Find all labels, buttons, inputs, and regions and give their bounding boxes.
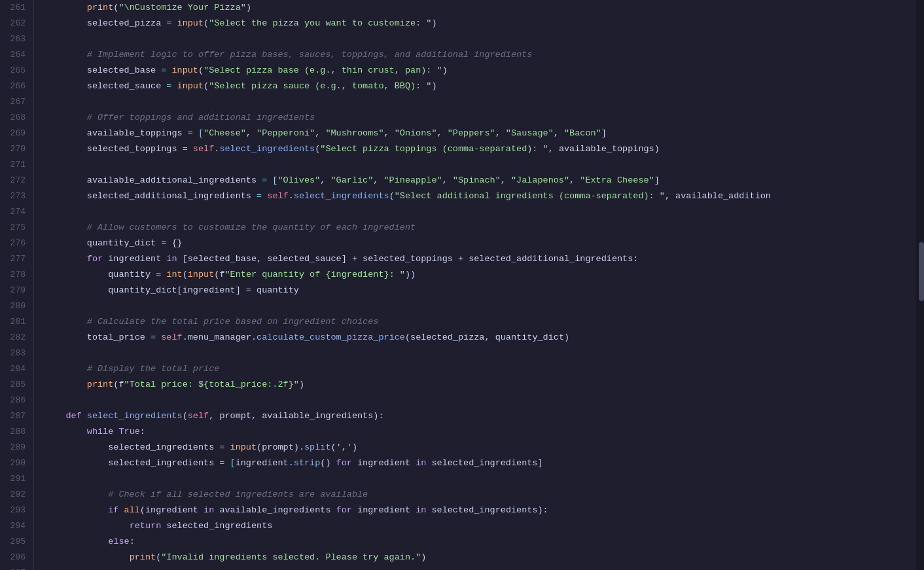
- code-line: [44, 298, 924, 314]
- line-number: 290: [5, 455, 26, 471]
- code-line: print("Invalid ingredients selected. Ple…: [44, 550, 924, 565]
- code-line: [44, 565, 924, 570]
- line-number: 285: [5, 377, 26, 393]
- line-number: 293: [5, 503, 26, 518]
- scrollbar-thumb[interactable]: [919, 242, 924, 301]
- code-line: [44, 204, 924, 220]
- line-number: 269: [5, 126, 26, 141]
- scrollbar-track[interactable]: [916, 0, 924, 570]
- code-line: while True:: [44, 424, 924, 440]
- code-line: selected_sauce = input("Select pizza sau…: [44, 79, 924, 94]
- line-number: 286: [5, 393, 26, 408]
- line-number: 261: [5, 0, 26, 16]
- line-number: 264: [5, 47, 26, 63]
- code-line: selected_toppings = self.select_ingredie…: [44, 141, 924, 157]
- line-number: 275: [5, 220, 26, 236]
- code-line: total_price = self.menu_manager.calculat…: [44, 330, 924, 346]
- line-number: 292: [5, 487, 26, 503]
- code-line: def select_ingredients(self, prompt, ava…: [44, 408, 924, 424]
- code-area[interactable]: print("\nCustomize Your Pizza") selected…: [34, 0, 924, 570]
- code-line: # Calculate the total price based on ing…: [44, 314, 924, 330]
- line-number: 263: [5, 31, 26, 47]
- line-number: 276: [5, 236, 26, 251]
- code-line: [44, 471, 924, 487]
- line-number: 287: [5, 408, 26, 424]
- line-number: 296: [5, 550, 26, 565]
- code-line: for ingredient in [selected_base, select…: [44, 251, 924, 267]
- line-number: 262: [5, 16, 26, 31]
- line-number: 289: [5, 440, 26, 455]
- code-line: # Check if all selected ingredients are …: [44, 487, 924, 503]
- line-number: 284: [5, 361, 26, 377]
- line-number: 267: [5, 94, 26, 110]
- line-number: 280: [5, 298, 26, 314]
- code-line: else:: [44, 534, 924, 550]
- code-line: return selected_ingredients: [44, 518, 924, 534]
- code-line: quantity_dict[ingredient] = quantity: [44, 283, 924, 298]
- code-line: print(f"Total price: ${total_price:.2f}"…: [44, 377, 924, 393]
- code-line: selected_additional_ingredients = self.s…: [44, 188, 924, 204]
- line-number: 277: [5, 251, 26, 267]
- code-line: quantity_dict = {}: [44, 236, 924, 251]
- line-number: 274: [5, 204, 26, 220]
- line-number: 265: [5, 63, 26, 79]
- code-line: print("\nCustomize Your Pizza"): [44, 0, 924, 16]
- line-number: 288: [5, 424, 26, 440]
- line-number: 282: [5, 330, 26, 346]
- code-line: available_additional_ingredients = ["Oli…: [44, 173, 924, 188]
- line-number: 270: [5, 141, 26, 157]
- line-number: 268: [5, 110, 26, 126]
- line-number: 281: [5, 314, 26, 330]
- code-line: [44, 94, 924, 110]
- code-line: selected_ingredients = [ingredient.strip…: [44, 455, 924, 471]
- code-line: # Display the total price: [44, 361, 924, 377]
- code-line: quantity = int(input(f"Enter quantity of…: [44, 267, 924, 283]
- line-number: 279: [5, 283, 26, 298]
- line-number: 294: [5, 518, 26, 534]
- line-number: 266: [5, 79, 26, 94]
- line-number: 283: [5, 346, 26, 361]
- code-line: selected_base = input("Select pizza base…: [44, 63, 924, 79]
- line-number: 278: [5, 267, 26, 283]
- code-line: # Offer toppings and additional ingredie…: [44, 110, 924, 126]
- line-number: 273: [5, 188, 26, 204]
- code-line: if all(ingredient in available_ingredien…: [44, 503, 924, 518]
- line-number: 271: [5, 157, 26, 173]
- line-number: 272: [5, 173, 26, 188]
- code-line: selected_pizza = input("Select the pizza…: [44, 16, 924, 31]
- line-number: 295: [5, 534, 26, 550]
- code-line: [44, 346, 924, 361]
- code-line: [44, 157, 924, 173]
- code-line: [44, 393, 924, 408]
- line-number: 291: [5, 471, 26, 487]
- line-number: 297: [5, 565, 26, 570]
- code-line: # Implement logic to offer pizza bases, …: [44, 47, 924, 63]
- code-editor: 2612622632642652662672682692702712722732…: [0, 0, 924, 570]
- code-line: # Allow customers to customize the quant…: [44, 220, 924, 236]
- code-line: available_toppings = ["Cheese", "Peppero…: [44, 126, 924, 141]
- code-line: [44, 31, 924, 47]
- code-line: selected_ingredients = input(prompt).spl…: [44, 440, 924, 455]
- line-numbers: 2612622632642652662672682692702712722732…: [0, 0, 34, 570]
